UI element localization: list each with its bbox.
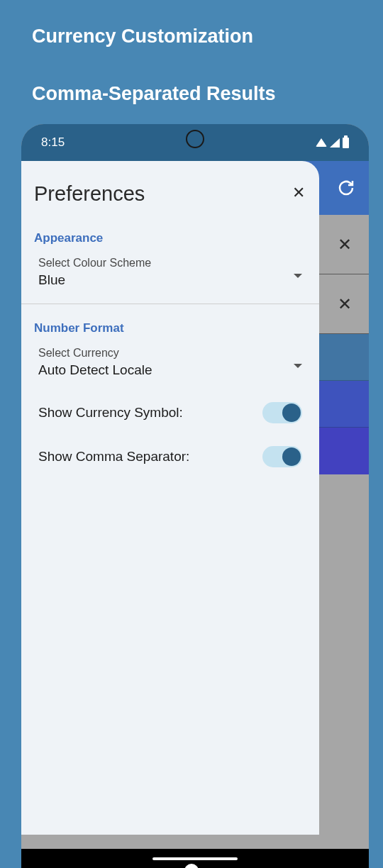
currency-value: Auto Detect Locale — [38, 362, 302, 378]
phone-frame: 8:15 ✕ ✕ Preferences ✕ Appearance — [21, 124, 369, 868]
toggle-knob — [282, 447, 301, 466]
show-currency-symbol-toggle[interactable] — [262, 402, 302, 423]
promo-heading-1: Currency Customization — [0, 0, 383, 48]
divider — [21, 304, 319, 304]
chevron-down-icon — [294, 364, 302, 368]
show-comma-separator-toggle[interactable] — [262, 446, 302, 467]
show-comma-separator-label: Show Comma Separator: — [38, 449, 189, 464]
promo-heading-2: Comma-Separated Results — [0, 48, 383, 105]
color-swatch-2[interactable] — [319, 381, 369, 428]
show-currency-symbol-row: Show Currency Symbol: — [21, 391, 319, 435]
sheet-header: Preferences ✕ — [21, 175, 319, 226]
status-icons — [316, 138, 349, 148]
show-comma-separator-row: Show Comma Separator: — [21, 435, 319, 479]
show-currency-symbol-label: Show Currency Symbol: — [38, 405, 183, 421]
preferences-title: Preferences — [34, 182, 145, 206]
nav-handle[interactable] — [152, 857, 238, 860]
chevron-down-icon — [294, 274, 302, 278]
battery-icon — [343, 138, 349, 148]
colour-scheme-label: Select Colour Scheme — [38, 257, 302, 269]
colour-scheme-value: Blue — [38, 272, 302, 288]
toggle-knob — [282, 404, 301, 422]
color-swatch-1[interactable] — [319, 334, 369, 381]
wifi-icon — [316, 138, 327, 147]
preferences-sheet: Preferences ✕ Appearance Select Colour S… — [21, 161, 319, 835]
close-icon[interactable]: ✕ — [338, 294, 352, 314]
status-bar: 8:15 — [21, 124, 369, 161]
appearance-section-header: Appearance — [21, 226, 319, 251]
camera-notch — [186, 130, 204, 148]
refresh-icon[interactable] — [338, 179, 355, 196]
number-format-section-header: Number Format — [21, 316, 319, 341]
status-time: 8:15 — [41, 135, 65, 150]
currency-dropdown[interactable]: Select Currency Auto Detect Locale — [21, 341, 319, 391]
close-icon[interactable]: ✕ — [291, 182, 306, 204]
close-icon[interactable]: ✕ — [338, 235, 352, 255]
signal-icon — [330, 138, 340, 148]
colour-scheme-dropdown[interactable]: Select Colour Scheme Blue — [21, 251, 319, 301]
currency-label: Select Currency — [38, 347, 302, 360]
color-swatch-3[interactable] — [319, 428, 369, 474]
